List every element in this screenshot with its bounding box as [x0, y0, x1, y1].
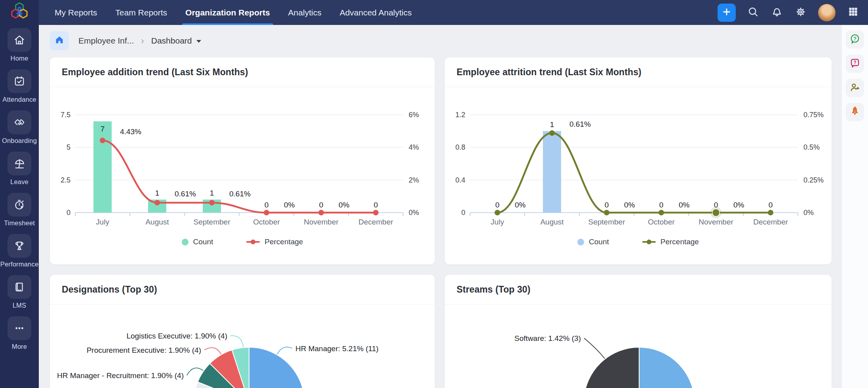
add-button[interactable] [718, 4, 736, 22]
svg-text:?: ? [853, 36, 857, 42]
timer-icon [8, 193, 31, 217]
home-icon [8, 28, 31, 52]
app-logo[interactable] [0, 0, 39, 25]
svg-text:0%: 0% [803, 209, 814, 217]
sidebar-item-more[interactable]: More [0, 316, 39, 354]
legend-item-count[interactable]: Count [577, 238, 609, 246]
svg-text:1: 1 [155, 189, 160, 197]
card-employee-addition-trend: Employee addition trend (Last Six Months… [50, 57, 435, 264]
settings-button[interactable] [794, 6, 807, 19]
svg-text:2.5: 2.5 [61, 176, 70, 184]
svg-text:0%: 0% [515, 201, 526, 209]
whats-new-button[interactable] [846, 103, 864, 121]
svg-text:November: November [699, 218, 733, 226]
svg-text:0%: 0% [679, 201, 690, 209]
search-icon [747, 6, 759, 19]
svg-text:0.61%: 0.61% [175, 190, 196, 198]
plus-icon [721, 7, 732, 19]
svg-text:0.5%: 0.5% [803, 143, 820, 151]
tab-organization-reports[interactable]: Organization Reports [185, 0, 270, 25]
bell-icon [771, 6, 783, 19]
card-title: Streams (Top 30) [457, 284, 531, 295]
legend-item-count[interactable]: Count [182, 238, 213, 246]
legend-label: Count [589, 238, 609, 246]
svg-text:0: 0 [769, 201, 773, 209]
svg-text:0%: 0% [284, 201, 295, 209]
tab-my-reports[interactable]: My Reports [55, 0, 97, 25]
tab-analytics[interactable]: Analytics [288, 0, 322, 25]
sidebar-item-timesheet[interactable]: Timesheet [0, 193, 39, 231]
svg-text:2%: 2% [409, 176, 419, 184]
sidebar-item-home[interactable]: Home [0, 28, 39, 66]
svg-text:0: 0 [67, 209, 70, 217]
gear-icon [795, 6, 807, 19]
rocket-icon [849, 105, 861, 119]
faq-button[interactable]: ? [846, 55, 864, 73]
breadcrumb-home-button[interactable] [50, 31, 69, 50]
sidebar-item-label: LMS [13, 302, 27, 309]
streams-pie-chart: Software: 1.42% (3) [445, 304, 830, 388]
card-title: Designations (Top 30) [62, 284, 157, 295]
legend-label: Percentage [265, 238, 303, 246]
nav-actions [718, 4, 868, 22]
help-chat-icon: ? [849, 33, 861, 46]
avatar[interactable] [818, 4, 836, 21]
svg-text:0.8: 0.8 [455, 143, 465, 151]
svg-text:1: 1 [550, 120, 554, 129]
svg-text:July: July [491, 218, 504, 226]
svg-text:0: 0 [319, 201, 324, 209]
sidebar-item-performance[interactable]: Performance [0, 234, 39, 272]
svg-text:4.43%: 4.43% [120, 127, 141, 136]
svg-text:November: November [304, 218, 339, 226]
svg-text:October: October [253, 218, 280, 226]
svg-text:0%: 0% [339, 201, 350, 209]
legend-label: Count [193, 238, 213, 246]
card-designations: Designations (Top 30) HR Manager: 5.21% … [50, 275, 435, 388]
sidebar-item-label: Timesheet [4, 219, 35, 227]
tab-advanced-analytics[interactable]: Advanced Analytics [340, 0, 412, 25]
svg-text:Procurement Executive: 1.90% (: Procurement Executive: 1.90% (4) [87, 346, 201, 354]
svg-text:HR Manager - Recruitment: 1.90: HR Manager - Recruitment: 1.90% (4) [57, 371, 184, 380]
legend-item-percentage[interactable]: Percentage [642, 238, 699, 246]
apps-launcher-button[interactable] [847, 6, 859, 19]
faq-icon: ? [849, 57, 861, 70]
sidebar-item-attendance[interactable]: Attendance [0, 69, 39, 107]
svg-text:0%: 0% [733, 201, 744, 209]
sidebar-item-onboarding[interactable]: Onboarding [0, 110, 39, 148]
user-referral-button[interactable] [846, 79, 864, 97]
tab-team-reports[interactable]: Team Reports [115, 0, 167, 25]
people-logo-icon [9, 2, 30, 24]
designations-pie-chart: HR Manager: 5.21% (11)Logistics Executiv… [50, 304, 435, 388]
notifications-button[interactable] [771, 6, 783, 19]
addition-trend-chart: 00%2.52%54%7.56%JulyAugustSeptemberOctob… [50, 87, 435, 230]
chart-legend: Count Percentage [50, 233, 435, 251]
svg-text:0.61%: 0.61% [229, 190, 251, 198]
svg-text:1: 1 [210, 189, 214, 197]
search-button[interactable] [747, 6, 760, 19]
sidebar-item-label: Onboarding [2, 137, 37, 145]
svg-text:0.75%: 0.75% [803, 111, 824, 119]
top-navigation: My Reports Team Reports Organization Rep… [39, 0, 868, 25]
svg-text:0.25%: 0.25% [803, 176, 824, 184]
card-header: Employee addition trend (Last Six Months… [50, 57, 435, 87]
sidebar-item-leave[interactable]: Leave [0, 152, 39, 190]
chevron-down-icon [196, 40, 201, 43]
svg-text:0%: 0% [409, 209, 419, 217]
sidebar-item-lms[interactable]: LMS [0, 275, 39, 313]
breadcrumb: Employee Inf... › Dashboard [50, 31, 842, 51]
breadcrumb-module[interactable]: Employee Inf... [78, 36, 134, 46]
breadcrumb-page-dropdown[interactable]: Dashboard [151, 36, 202, 46]
svg-text:HR Manager: 5.21% (11): HR Manager: 5.21% (11) [295, 344, 379, 353]
help-chat-button[interactable]: ? [846, 30, 864, 49]
svg-text:December: December [753, 218, 788, 226]
dashboard-grid: Employee addition trend (Last Six Months… [50, 57, 832, 388]
svg-text:0: 0 [265, 201, 269, 209]
svg-text:August: August [145, 218, 169, 226]
svg-text:6%: 6% [409, 111, 419, 119]
legend-item-percentage[interactable]: Percentage [246, 238, 303, 246]
percentage-swatch [642, 241, 656, 243]
count-swatch [182, 239, 188, 245]
svg-text:September: September [194, 218, 231, 226]
card-header: Designations (Top 30) [50, 275, 435, 304]
percentage-swatch [246, 241, 260, 243]
